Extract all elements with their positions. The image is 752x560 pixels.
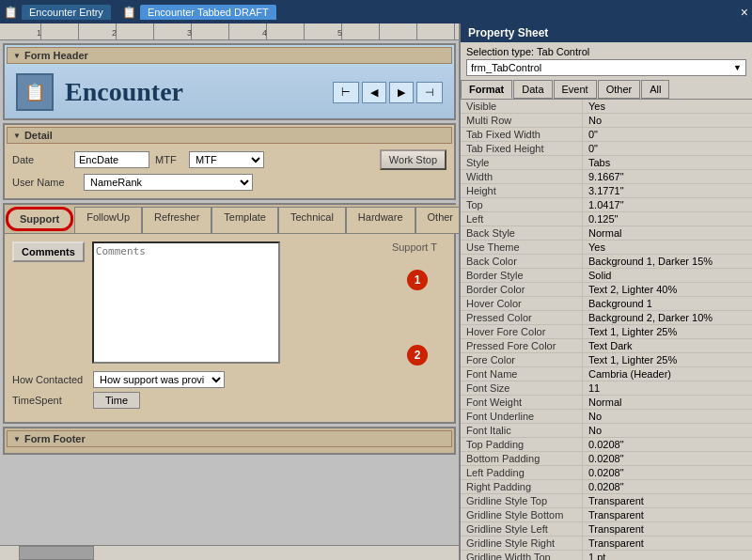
tab-other[interactable]: Other — [415, 207, 459, 233]
ps-property-key: Visible — [461, 100, 583, 113]
form-footer-section: ▼ Form Footer — [3, 427, 456, 455]
ps-property-row: Tab Fixed Height0" — [461, 142, 752, 156]
ps-property-key: Tab Fixed Width — [461, 128, 583, 141]
ps-property-value[interactable]: Background 1, Darker 15% — [583, 255, 752, 268]
ps-property-key: Width — [461, 170, 583, 183]
mtf-label: MTF — [155, 154, 183, 165]
ps-property-value[interactable]: Transparent — [583, 537, 752, 550]
ps-property-row: Width9.1667" — [461, 170, 752, 184]
annotation-2: 2 — [407, 345, 428, 366]
ps-property-key: Back Color — [461, 255, 583, 268]
ps-property-value[interactable]: Solid — [583, 269, 752, 282]
horizontal-scrollbar[interactable] — [0, 545, 459, 560]
ps-property-value[interactable]: Text Dark — [583, 339, 752, 352]
ps-property-row: Bottom Padding0.0208" — [461, 452, 752, 466]
ps-property-row: Top1.0417" — [461, 198, 752, 212]
ps-property-value[interactable]: 11 — [583, 381, 752, 395]
ps-tab-data[interactable]: Data — [513, 80, 552, 99]
section-header-detail: ▼ Detail — [7, 127, 452, 144]
encounter-header: 📋 Encounter ⊢ ◀ ▶ ⊣ — [5, 66, 454, 118]
ps-property-value[interactable]: Normal — [583, 226, 752, 240]
ps-property-value[interactable]: Normal — [583, 396, 752, 409]
ps-property-value[interactable]: Cambria (Header) — [583, 367, 752, 381]
comments-textarea[interactable] — [92, 241, 280, 364]
tab-hardware[interactable]: Hardware — [346, 207, 415, 233]
how-contacted-select[interactable]: How support was provi — [93, 371, 225, 388]
nav-prev[interactable]: ◀ — [362, 82, 386, 103]
ps-property-value[interactable]: Transparent — [583, 522, 752, 536]
tab-template[interactable]: Template — [212, 207, 278, 233]
ps-property-value[interactable]: Background 2, Darker 10% — [583, 311, 752, 324]
ps-property-row: Font WeightNormal — [461, 396, 752, 410]
ps-property-value[interactable]: Transparent — [583, 508, 752, 521]
ps-property-key: Right Padding — [461, 480, 583, 493]
ps-property-value[interactable]: Yes — [583, 100, 752, 113]
ps-property-value[interactable]: 0.0208" — [583, 452, 752, 465]
ps-property-value[interactable]: Background 1 — [583, 297, 752, 310]
tabs-section: Support FollowUp Refresher Template Tech… — [3, 203, 456, 424]
ps-property-value[interactable]: No — [583, 114, 752, 127]
time-input-display[interactable]: Time — [93, 392, 140, 409]
ps-table: VisibleYesMulti RowNoTab Fixed Width0"Ta… — [461, 100, 752, 560]
ps-property-value[interactable]: 0" — [583, 128, 752, 141]
tab-encounter-entry[interactable]: Encounter Entry — [22, 5, 111, 20]
close-button[interactable]: × — [741, 5, 748, 20]
nav-next[interactable]: ▶ — [389, 82, 414, 103]
ps-property-key: Hover Fore Color — [461, 325, 583, 338]
comments-button[interactable]: Comments — [12, 241, 85, 262]
ps-property-value[interactable]: Text 2, Lighter 40% — [583, 283, 752, 296]
ps-property-value[interactable]: 0.125" — [583, 212, 752, 226]
tab-support[interactable]: Support — [6, 207, 73, 231]
ps-property-value[interactable]: Yes — [583, 241, 752, 254]
ps-property-value[interactable]: 3.1771" — [583, 184, 752, 197]
ps-property-row: Gridline Width Top1 pt — [461, 551, 752, 560]
ps-property-row: Pressed Fore ColorText Dark — [461, 339, 752, 353]
date-input[interactable] — [74, 151, 149, 168]
tab-followup[interactable]: FollowUp — [74, 207, 142, 233]
encounter-title: Encounter — [65, 77, 183, 107]
detail-section: ▼ Detail Date MTF MTF Work Stop User N — [3, 123, 456, 200]
ps-property-value[interactable]: No — [583, 410, 752, 423]
ps-property-value[interactable]: 0.0208" — [583, 480, 752, 493]
ps-property-value[interactable]: Text 1, Lighter 25% — [583, 353, 752, 366]
tab-encounter-draft[interactable]: Encounter Tabbed DRAFT — [140, 5, 276, 20]
ps-property-row: Gridline Style TopTransparent — [461, 494, 752, 508]
ps-property-value[interactable]: 0.0208" — [583, 466, 752, 479]
ps-property-value[interactable]: 1.0417" — [583, 198, 752, 211]
ruler: 1 2 3 4 5 — [0, 23, 459, 40]
username-label: User Name — [12, 177, 78, 188]
ps-property-value[interactable]: 0.0208" — [583, 438, 752, 451]
ps-property-value[interactable]: 9.1667" — [583, 170, 752, 183]
username-row: User Name NameRank — [12, 174, 446, 191]
ps-property-row: Gridline Style LeftTransparent — [461, 522, 752, 537]
ps-property-row: Left Padding0.0208" — [461, 466, 752, 480]
tab-bar: Support FollowUp Refresher Template Tech… — [5, 205, 454, 234]
ps-tab-event[interactable]: Event — [554, 80, 597, 99]
ps-control-name-display[interactable]: frm_TabControl ▼ — [466, 59, 746, 76]
ps-property-value[interactable]: No — [583, 424, 752, 437]
ps-property-value[interactable]: Text 1, Lighter 25% — [583, 325, 752, 338]
how-contacted-label: How Contacted — [12, 374, 87, 385]
tab-refresher[interactable]: Refresher — [142, 207, 212, 233]
username-select[interactable]: NameRank — [84, 174, 253, 191]
ps-property-value[interactable]: 1 pt — [583, 551, 752, 560]
nav-last[interactable]: ⊣ — [416, 82, 443, 103]
ps-property-value[interactable]: Transparent — [583, 494, 752, 507]
mtf-select[interactable]: MTF — [189, 151, 264, 168]
ps-tab-format[interactable]: Format — [461, 80, 512, 99]
ps-tab-other[interactable]: Other — [598, 80, 641, 99]
ps-property-row: Left0.125" — [461, 212, 752, 226]
ps-property-row: Hover ColorBackground 1 — [461, 297, 752, 311]
ps-property-row: Font ItalicNo — [461, 424, 752, 438]
ps-property-row: Back StyleNormal — [461, 226, 752, 241]
ps-property-value[interactable]: 0" — [583, 142, 752, 155]
work-stop-button[interactable]: Work Stop — [380, 149, 446, 170]
ps-tab-all[interactable]: All — [641, 80, 669, 99]
form-icon-2: 📋 — [122, 6, 136, 19]
annotation-1: 1 — [407, 270, 428, 290]
ps-property-value[interactable]: Tabs — [583, 156, 752, 169]
section-header-form-header: ▼ Form Header — [7, 47, 452, 64]
nav-first[interactable]: ⊢ — [333, 82, 359, 103]
ps-property-key: Fore Color — [461, 353, 583, 366]
tab-technical[interactable]: Technical — [278, 207, 346, 233]
